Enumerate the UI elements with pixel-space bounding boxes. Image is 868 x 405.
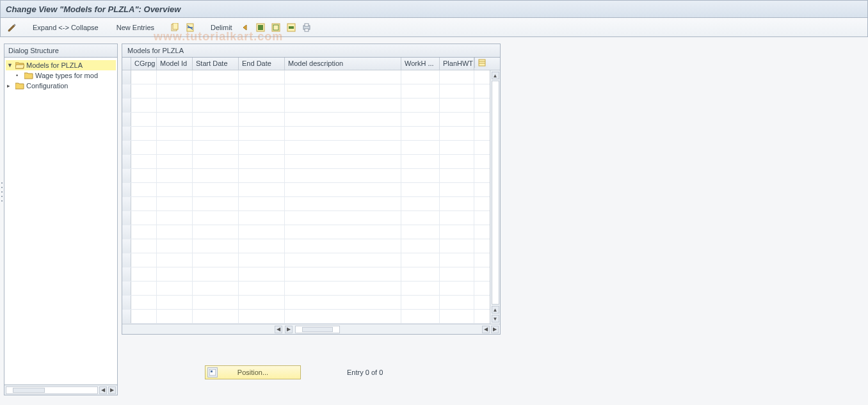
row-handle[interactable] bbox=[122, 225, 131, 239]
grid-cell[interactable] bbox=[193, 239, 239, 253]
scroll-left-icon[interactable]: ◀ bbox=[275, 326, 282, 333]
grid-cell[interactable] bbox=[440, 225, 474, 239]
copy-icon[interactable] bbox=[168, 21, 181, 34]
grid-cell[interactable] bbox=[285, 127, 401, 140]
grid-cell[interactable] bbox=[401, 253, 440, 267]
grid-cell[interactable] bbox=[193, 99, 239, 112]
row-handle[interactable] bbox=[122, 282, 131, 295]
grid-cell[interactable] bbox=[285, 84, 401, 98]
grid-cell[interactable] bbox=[285, 99, 401, 112]
row-handle[interactable] bbox=[122, 141, 131, 154]
grid-cell[interactable] bbox=[193, 296, 239, 309]
table-row[interactable] bbox=[122, 296, 490, 310]
grid-cell[interactable] bbox=[440, 267, 474, 281]
row-handle[interactable] bbox=[122, 310, 131, 323]
grid-cell[interactable] bbox=[157, 183, 193, 196]
grid-cell[interactable] bbox=[157, 282, 193, 295]
grid-cell[interactable] bbox=[193, 225, 239, 239]
grid-corner[interactable] bbox=[122, 58, 131, 70]
row-handle[interactable] bbox=[122, 169, 131, 182]
grid-cell[interactable] bbox=[131, 296, 157, 309]
grid-cell[interactable] bbox=[401, 239, 440, 253]
grid-cell[interactable] bbox=[285, 253, 401, 267]
grid-cell[interactable] bbox=[239, 197, 285, 210]
grid-cell[interactable] bbox=[285, 310, 401, 323]
row-handle[interactable] bbox=[122, 113, 131, 126]
grid-cell[interactable] bbox=[157, 267, 193, 281]
grid-cell[interactable] bbox=[401, 197, 440, 210]
table-row[interactable] bbox=[122, 70, 490, 84]
grid-cell[interactable] bbox=[131, 113, 157, 126]
grid-cell[interactable] bbox=[401, 141, 440, 154]
grid-cell[interactable] bbox=[157, 197, 193, 210]
tree-node-models-for-plzla[interactable]: ▼ Models for PLZLA bbox=[6, 60, 116, 70]
table-row[interactable] bbox=[122, 127, 490, 141]
table-row[interactable] bbox=[122, 211, 490, 225]
row-handle[interactable] bbox=[122, 127, 131, 140]
col-planhwt[interactable]: PlanHWT bbox=[440, 58, 474, 70]
row-handle[interactable] bbox=[122, 253, 131, 267]
row-handle[interactable] bbox=[122, 296, 131, 309]
table-row[interactable] bbox=[122, 267, 490, 282]
grid-cell[interactable] bbox=[401, 99, 440, 112]
grid-cell[interactable] bbox=[193, 282, 239, 295]
grid-cell[interactable] bbox=[157, 253, 193, 267]
grid-cell[interactable] bbox=[440, 169, 474, 182]
grid-cell[interactable] bbox=[285, 155, 401, 168]
delimit-button[interactable]: Delimit bbox=[207, 24, 236, 31]
scroll-down-icon[interactable]: ▼ bbox=[492, 315, 499, 322]
grid-cell[interactable] bbox=[239, 84, 285, 98]
grid-cell[interactable] bbox=[193, 155, 239, 168]
grid-cell[interactable] bbox=[285, 239, 401, 253]
grid-cell[interactable] bbox=[157, 127, 193, 140]
grid-cell[interactable] bbox=[239, 239, 285, 253]
grid-cell[interactable] bbox=[440, 141, 474, 154]
grid-cell[interactable] bbox=[401, 155, 440, 168]
grid-cell[interactable] bbox=[193, 211, 239, 225]
scroll-right-icon[interactable]: ▶ bbox=[285, 326, 293, 333]
col-workh[interactable]: WorkH ... bbox=[401, 58, 440, 70]
table-row[interactable] bbox=[122, 225, 490, 239]
grid-cell[interactable] bbox=[193, 253, 239, 267]
grid-cell[interactable] bbox=[131, 127, 157, 140]
grid-cell[interactable] bbox=[131, 155, 157, 168]
grid-cell[interactable] bbox=[440, 183, 474, 196]
grid-cell[interactable] bbox=[193, 169, 239, 182]
scroll-left-icon[interactable]: ◀ bbox=[99, 386, 107, 394]
grid-cell[interactable] bbox=[131, 310, 157, 323]
grid-cell[interactable] bbox=[401, 113, 440, 126]
expand-collapse-button[interactable]: Expand <-> Collapse bbox=[29, 24, 102, 31]
grid-cell[interactable] bbox=[131, 211, 157, 225]
table-row[interactable] bbox=[122, 310, 490, 324]
grid-cell[interactable] bbox=[239, 155, 285, 168]
grid-cell[interactable] bbox=[239, 253, 285, 267]
grid-cell[interactable] bbox=[131, 197, 157, 210]
grid-cell[interactable] bbox=[193, 267, 239, 281]
tree-node-wage-types[interactable]: • Wage types for mod bbox=[6, 70, 116, 81]
grid-cell[interactable] bbox=[193, 197, 239, 210]
grid-cell[interactable] bbox=[239, 282, 285, 295]
select-block-icon[interactable] bbox=[285, 21, 298, 34]
row-handle[interactable] bbox=[122, 267, 131, 281]
grid-cell[interactable] bbox=[193, 127, 239, 140]
grid-cell[interactable] bbox=[401, 127, 440, 140]
grid-cell[interactable] bbox=[193, 141, 239, 154]
grid-cell[interactable] bbox=[285, 113, 401, 126]
scroll-up-icon[interactable]: ▲ bbox=[492, 72, 499, 79]
grid-cell[interactable] bbox=[401, 310, 440, 323]
grid-cell[interactable] bbox=[157, 296, 193, 309]
grid-cell[interactable] bbox=[401, 225, 440, 239]
row-handle[interactable] bbox=[122, 99, 131, 112]
grid-cell[interactable] bbox=[440, 310, 474, 323]
grid-cell[interactable] bbox=[285, 296, 401, 309]
grid-cell[interactable] bbox=[285, 141, 401, 154]
grid-cell[interactable] bbox=[285, 70, 401, 84]
grid-cell[interactable] bbox=[440, 127, 474, 140]
display-change-icon[interactable] bbox=[6, 21, 19, 34]
undo-icon[interactable] bbox=[239, 21, 252, 34]
grid-cell[interactable] bbox=[401, 282, 440, 295]
table-row[interactable] bbox=[122, 183, 490, 197]
grid-cell[interactable] bbox=[193, 183, 239, 196]
table-row[interactable] bbox=[122, 113, 490, 127]
grid-cell[interactable] bbox=[193, 84, 239, 98]
